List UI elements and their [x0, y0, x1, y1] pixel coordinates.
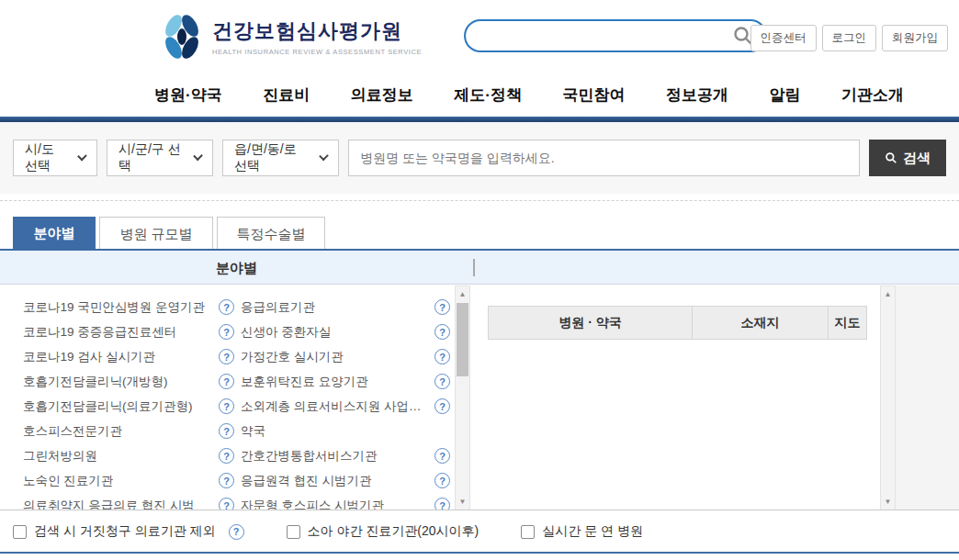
- option-pediatric-night-clinic[interactable]: 소아 야간 진료기관(20시이후): [287, 523, 480, 540]
- help-icon[interactable]: [434, 473, 450, 488]
- cert-center-button[interactable]: 인증센터: [750, 25, 817, 51]
- column-header-location: 소재지: [693, 307, 829, 340]
- help-icon[interactable]: [219, 324, 234, 340]
- category-tabs: 분야별 병원 규모별 특정수술별: [13, 217, 325, 251]
- list-item[interactable]: 신생아 중환자실: [241, 319, 450, 344]
- panel-divider: [473, 259, 475, 276]
- signup-button[interactable]: 회원가입: [882, 25, 948, 51]
- tab-by-field[interactable]: 분야별: [13, 217, 96, 251]
- chevron-down-icon: [319, 151, 329, 162]
- list-item[interactable]: 가정간호 실시기관: [241, 344, 450, 369]
- keyword-input[interactable]: [348, 140, 860, 176]
- list-item[interactable]: 응급원격 협진 시범기관: [241, 468, 450, 493]
- list-item[interactable]: 호흡기전담클리닉(의료기관형): [23, 394, 234, 419]
- footer-accent-line: [0, 552, 959, 554]
- help-icon[interactable]: [434, 498, 450, 510]
- help-icon[interactable]: [434, 374, 450, 389]
- help-icon[interactable]: [219, 398, 234, 414]
- footer-options: 검색 시 거짓청구 의료기관 제외 소아 야간 진료기관(20시이후) 실시간 …: [0, 511, 959, 552]
- scroll-up-icon[interactable]: ▲: [881, 287, 895, 301]
- panel-header: 분야별: [0, 251, 959, 285]
- column-header-map: 지도: [829, 307, 867, 340]
- dong-select[interactable]: 읍/면/동/로 선택: [222, 140, 339, 176]
- help-icon[interactable]: [434, 324, 450, 340]
- list-item[interactable]: 코로나19 중증응급진료센터: [23, 319, 234, 344]
- logo-title: 건강보험심사평가원: [212, 17, 422, 45]
- nav-item-about[interactable]: 기관소개: [841, 84, 904, 106]
- nav-item-disclosure[interactable]: 정보공개: [666, 84, 728, 106]
- tab-by-hospital-size[interactable]: 병원 규모별: [99, 217, 213, 251]
- category-list-scrollbar[interactable]: ▲ ▼: [455, 286, 470, 510]
- help-icon[interactable]: [434, 299, 450, 315]
- list-item[interactable]: 약국: [241, 419, 450, 443]
- content-area: 코로나19 국민안심병원 운영기관 코로나19 중증응급진료센터 코로나19 검…: [0, 286, 959, 510]
- search-button[interactable]: 검색: [869, 140, 946, 176]
- help-icon[interactable]: [219, 473, 234, 488]
- page: 건강보험심사평가원 HEALTH INSURANCE REVIEW & ASSE…: [0, 0, 959, 560]
- help-icon[interactable]: [219, 423, 234, 439]
- list-item[interactable]: 보훈위탁진료 요양기관: [241, 369, 450, 394]
- list-item[interactable]: 호흡기전담클리닉(개방형): [23, 369, 234, 394]
- column-header-hospital: 병원 · 약국: [489, 307, 693, 340]
- list-item[interactable]: 자문형 호스피스 시범기관: [241, 493, 450, 510]
- list-item[interactable]: 그린처방의원: [23, 443, 234, 468]
- nav-item-hospital-pharmacy[interactable]: 병원·약국: [154, 84, 222, 106]
- category-column-1: 코로나19 국민안심병원 운영기관 코로나19 중증응급진료센터 코로나19 검…: [23, 295, 234, 510]
- content-filler: [896, 286, 959, 510]
- list-item[interactable]: 의료취약지 응급의료 협진 시범: [23, 493, 234, 510]
- header: 건강보험심사평가원 HEALTH INSURANCE REVIEW & ASSE…: [0, 0, 959, 73]
- help-icon[interactable]: [219, 448, 234, 464]
- logo-subtitle: HEALTH INSURANCE REVIEW & ASSESSMENT SER…: [212, 48, 422, 56]
- help-icon[interactable]: [434, 349, 450, 364]
- tab-by-surgery[interactable]: 특정수술별: [217, 217, 325, 251]
- results-pane: 병원 · 약국 소재지 지도: [471, 286, 880, 510]
- checkbox[interactable]: [13, 525, 27, 539]
- help-icon[interactable]: [219, 299, 234, 315]
- chevron-down-icon: [193, 151, 203, 162]
- nav-item-policy[interactable]: 제도·정책: [454, 84, 522, 106]
- panel-title: 분야별: [0, 251, 473, 285]
- help-icon[interactable]: [229, 524, 244, 540]
- results-scrollbar[interactable]: ▲ ▼: [880, 286, 896, 510]
- global-search-input[interactable]: [466, 28, 732, 43]
- nav-item-notice[interactable]: 알림: [769, 84, 800, 106]
- global-search: [464, 19, 767, 52]
- list-item[interactable]: 응급의료기관: [241, 295, 450, 319]
- hira-logo-icon: [161, 13, 203, 61]
- dashed-separator: [0, 200, 959, 201]
- checkbox[interactable]: [287, 525, 300, 539]
- list-item[interactable]: 호스피스전문기관: [23, 419, 234, 443]
- login-button[interactable]: 로그인: [822, 25, 877, 51]
- list-item[interactable]: 간호간병통합서비스기관: [241, 443, 450, 468]
- option-open-now-hospital[interactable]: 실시간 문 연 병원: [521, 523, 643, 540]
- scroll-down-icon[interactable]: ▼: [456, 495, 469, 509]
- help-icon[interactable]: [219, 349, 234, 364]
- search-filter-bar: 시/도 선택 시/군/구 선택 읍/면/동/로 선택 검색: [0, 122, 959, 194]
- help-icon[interactable]: [434, 398, 450, 414]
- search-icon: [885, 151, 897, 164]
- logo-text: 건강보험심사평가원 HEALTH INSURANCE REVIEW & ASSE…: [212, 17, 422, 56]
- nav-item-medical-fee[interactable]: 진료비: [263, 84, 310, 106]
- scroll-up-icon[interactable]: ▲: [456, 287, 469, 301]
- list-item[interactable]: 소외계층 의료서비스지원 사업…: [241, 394, 450, 419]
- list-item[interactable]: 노숙인 진료기관: [23, 468, 234, 493]
- logo[interactable]: 건강보험심사평가원 HEALTH INSURANCE REVIEW & ASSE…: [161, 13, 422, 61]
- help-icon[interactable]: [219, 498, 234, 510]
- help-icon[interactable]: [434, 448, 450, 464]
- help-icon[interactable]: [219, 374, 234, 389]
- sido-select[interactable]: 시/도 선택: [13, 140, 97, 176]
- nav-item-medical-info[interactable]: 의료정보: [351, 84, 413, 106]
- sigungu-select[interactable]: 시/군/구 선택: [107, 140, 213, 176]
- scrollbar-thumb[interactable]: [457, 303, 468, 376]
- nav-item-participation[interactable]: 국민참여: [562, 84, 625, 106]
- scroll-down-icon[interactable]: ▼: [881, 495, 895, 509]
- list-item[interactable]: 코로나19 검사 실시기관: [23, 344, 234, 369]
- checkbox[interactable]: [521, 525, 535, 539]
- option-exclude-false-claims[interactable]: 검색 시 거짓청구 의료기관 제외: [13, 523, 244, 540]
- category-list-pane: 코로나19 국민안심병원 운영기관 코로나19 중증응급진료센터 코로나19 검…: [0, 286, 455, 510]
- utility-buttons: 인증센터 로그인 회원가입: [750, 25, 949, 51]
- category-column-2: 응급의료기관 신생아 중환자실 가정간호 실시기관 보훈위탁진료 요양기관 소외…: [241, 295, 450, 510]
- main-nav: 병원·약국 진료비 의료정보 제도·정책 국민참여 정보공개 알림 기관소개: [0, 73, 959, 117]
- results-table: 병원 · 약국 소재지 지도: [488, 306, 867, 340]
- list-item[interactable]: 코로나19 국민안심병원 운영기관: [23, 295, 234, 319]
